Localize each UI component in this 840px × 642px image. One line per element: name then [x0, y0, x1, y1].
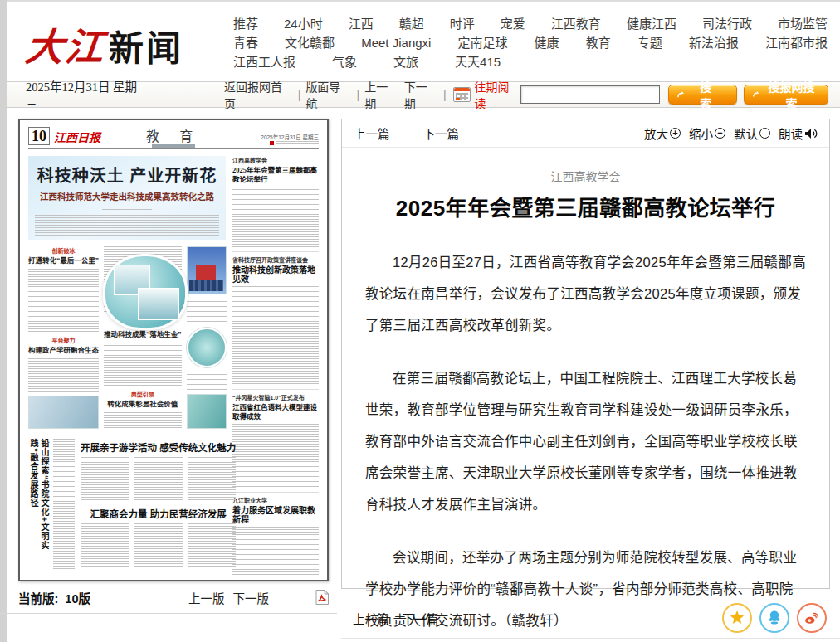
vertical-article: 铅山探索“书院文化+文明实践”融合发展路径 — [28, 439, 75, 571]
search-button[interactable]: 搜 索 — [668, 85, 737, 105]
qzone-share-icon[interactable] — [722, 603, 752, 633]
nav-link-gongren[interactable]: 江西工人报 — [233, 53, 295, 71]
site-search-button[interactable]: 搜报网搜索 — [744, 85, 828, 105]
fake-text-block — [188, 457, 236, 500]
doctor-photo — [28, 396, 99, 429]
paper-column-1: 创新破冰 打通转化“最后一公里” 平台聚力 构建政产学研融合生态 — [28, 246, 99, 429]
fake-text-block — [134, 523, 182, 567]
nav-link-xinfazhi[interactable]: 新法治报 — [689, 34, 739, 52]
paper-header: 10 江西日报 教 育 2025年12月31日 星期三 — [28, 127, 319, 149]
paper-column-3 — [187, 246, 227, 429]
zoom-in-label: 放大 — [644, 124, 668, 142]
nav-link-ganchao[interactable]: 赣超 — [399, 15, 424, 33]
qq-share-icon[interactable] — [759, 603, 789, 633]
nav-link-dingnan[interactable]: 定南足球 — [457, 34, 507, 52]
nav-link-shichang[interactable]: 市场监管 — [778, 15, 828, 33]
nav-link-jiankang[interactable]: 健康 — [535, 34, 559, 52]
section-title: 构建政产学研融合生态 — [28, 344, 99, 354]
next-article-link[interactable]: 下一篇 — [423, 124, 460, 142]
site-logo[interactable]: 大江新闻 — [26, 17, 183, 71]
paper-lead-article: 科技种沃土 产业开新花 江西科技师范大学走出科技成果高效转化之路 — [28, 156, 226, 240]
layout-nav-link[interactable]: 版面导航 — [305, 78, 351, 111]
zoom-out-control[interactable]: 缩小− — [689, 124, 725, 142]
nav-link-wenlv[interactable]: 文旅 — [393, 53, 418, 71]
nav-link-sifa[interactable]: 司法行政 — [702, 15, 752, 33]
prev-issue-link[interactable]: 上一期 — [364, 78, 398, 111]
nav-link-tiantian415[interactable]: 天天415 — [455, 53, 501, 71]
section-tag: 创新破冰 — [28, 246, 99, 255]
pdf-download-icon[interactable] — [315, 590, 329, 605]
side-article-title: 2025年年会暨第三届赣鄱高教论坛举行 — [232, 166, 319, 184]
prev-page-link[interactable]: 上一版 — [188, 589, 225, 606]
calendar-dot — [456, 98, 460, 100]
weibo-share-icon[interactable] — [797, 603, 827, 633]
search-button-label: 搜 索 — [688, 78, 729, 111]
column-section-header: 平台聚力 构建政产学研融合生态 — [28, 336, 99, 354]
read-aloud-label: 朗读 — [779, 124, 803, 142]
fake-text-block — [104, 412, 182, 429]
nav-row-3: 江西工人报 气象 文旅 天天415 — [233, 53, 828, 71]
nav-link-jiangnan[interactable]: 江南都市报 — [765, 34, 828, 52]
nav-link-wenhua[interactable]: 文化赣鄱 — [285, 34, 335, 52]
current-page-value: 10版 — [65, 589, 90, 606]
nav-link-zhuanti[interactable]: 专题 — [637, 34, 662, 52]
next-page-link[interactable]: 下一版 — [232, 589, 269, 606]
prev-article-link-bottom[interactable]: 上一篇 — [353, 610, 389, 627]
side-article-title: 推动科技创新政策落地见效 — [232, 265, 319, 284]
nav-link-jiangxi[interactable]: 江西 — [349, 15, 374, 33]
back-home-link[interactable]: 返回报网首页 — [224, 78, 293, 111]
nav-link-qixiang[interactable]: 气象 — [332, 53, 357, 71]
nav-link-jxjiaoyu[interactable]: 江西教育 — [551, 15, 601, 33]
article-footer-links: 上一篇 下一篇 — [353, 610, 438, 627]
next-article-link-bottom[interactable]: 下一篇 — [403, 610, 439, 627]
nav-link-tuijian[interactable]: 推荐 — [233, 15, 258, 33]
fake-text-block — [187, 299, 227, 323]
side-article-title: 江西省红色语料大模型建设取得成效 — [232, 403, 319, 421]
issue-links: 返回报网首页| 版面导航| 上一期 下一期| — [224, 78, 447, 111]
newspaper-page-thumbnail[interactable]: 10 江西日报 教 育 2025年12月31日 星期三 科技种沃土 产业开新花 … — [18, 119, 329, 581]
fake-text-block — [28, 269, 99, 332]
paper-section-title: 教 育 — [28, 125, 319, 145]
fake-text-block — [104, 343, 182, 386]
vertical-headline: 铅山探索“书院文化+文明实践”融合发展路径 — [28, 439, 50, 563]
zoom-in-icon: + — [670, 128, 681, 139]
search-curl-icon — [752, 90, 760, 99]
zoom-out-icon: − — [715, 128, 725, 139]
nav-link-meetjx[interactable]: Meet Jiangxi — [361, 34, 431, 52]
fake-text-block — [232, 286, 319, 386]
read-aloud-control[interactable]: 朗读 — [779, 124, 818, 142]
nav-link-qingchun[interactable]: 青春 — [233, 34, 258, 52]
next-issue-link[interactable]: 下一期 — [404, 78, 438, 111]
side-article: 江西高教学会 2025年年会暨第三届赣鄱高教论坛举行 — [232, 156, 319, 252]
fake-text-block — [232, 424, 319, 489]
prev-article-link[interactable]: 上一篇 — [354, 124, 390, 142]
contest-group-photo — [187, 246, 227, 294]
separator: | — [357, 88, 360, 101]
side-article: “井冈星火智脑1.0”正式发布 江西省红色语料大模型建设取得成效 — [232, 393, 319, 493]
nav-link-jiaoyu[interactable]: 教育 — [586, 34, 611, 52]
main-nav: 推荐 24小时 江西 赣超 时评 宠爱 江西教育 健康江西 司法行政 市场监管 … — [233, 15, 828, 72]
nav-link-chongai[interactable]: 宠爱 — [501, 15, 525, 33]
paper-bottom-band: 铅山探索“书院文化+文明实践”融合发展路径 开展亲子游学活动 感受传统文化魅力 … — [28, 439, 226, 571]
zoom-in-control[interactable]: 放大+ — [644, 124, 681, 142]
logo-text-black: 新闻 — [109, 29, 183, 68]
fake-text-block — [28, 358, 99, 392]
section-tag: 平台聚力 — [28, 336, 99, 344]
past-issues-link[interactable]: 往期阅读 — [474, 78, 520, 111]
column-section-header: 创新破冰 打通转化“最后一公里” — [28, 246, 99, 265]
default-size-control[interactable]: 默认 — [734, 124, 770, 142]
site-search-button-label: 搜报网搜索 — [763, 78, 820, 111]
fake-text-block — [81, 523, 129, 567]
nav-link-jkjiangxi[interactable]: 健康江西 — [627, 15, 676, 33]
fake-text-block — [232, 187, 319, 248]
article-paragraph: 12月26日至27日，江西省高等教育学会2025年年会暨第三届赣鄱高教论坛在南昌… — [365, 246, 806, 341]
round-lab-photo — [187, 328, 227, 367]
nav-link-shiping[interactable]: 时评 — [450, 15, 475, 33]
calendar-icon[interactable] — [453, 87, 471, 102]
search-input[interactable] — [520, 85, 660, 104]
divider — [341, 638, 840, 639]
nav-link-24h[interactable]: 24小时 — [284, 15, 323, 33]
section-title: 打通转化“最后一公里” — [28, 255, 99, 265]
article-content: 江西高教学会 2025年年会暨第三届赣鄱高教论坛举行 12月26日至27日，江西… — [342, 148, 829, 636]
side-article-kicker: 江西高教学会 — [232, 156, 319, 164]
